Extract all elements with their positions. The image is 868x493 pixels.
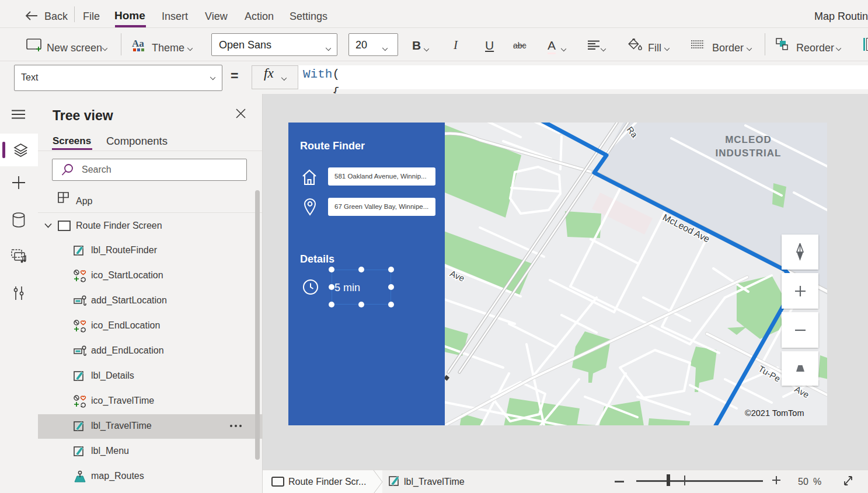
svg-text:Aa: Aa (132, 38, 144, 49)
svg-text:INDUSTRIAL: INDUSTRIAL (716, 148, 782, 159)
svg-text:MCLEOD: MCLEOD (725, 134, 772, 145)
